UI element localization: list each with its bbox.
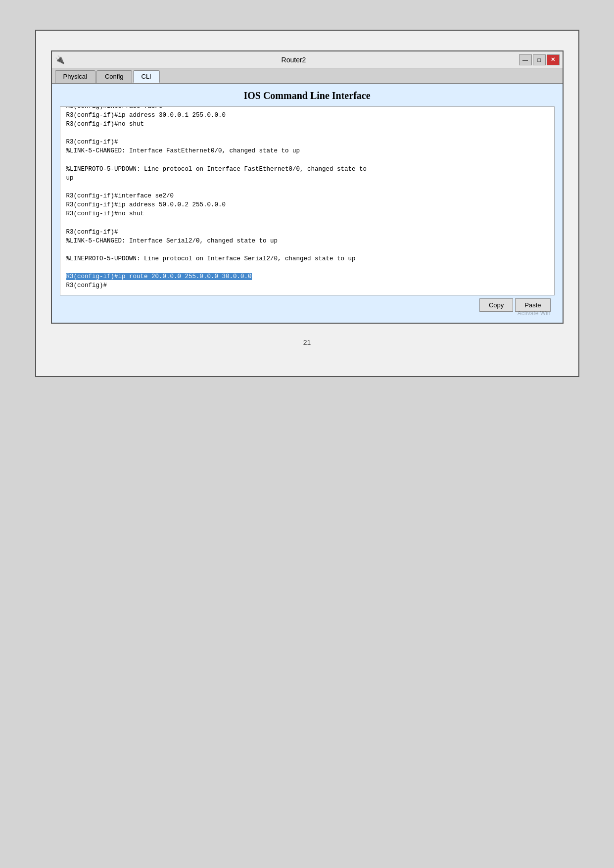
tab-bar: Physical Config CLI: [52, 68, 563, 84]
section-title: IOS Command Line Interface: [60, 90, 555, 101]
maximize-button[interactable]: □: [533, 54, 546, 65]
paste-button[interactable]: Paste: [515, 298, 550, 312]
page-number: 21: [303, 338, 311, 346]
terminal-wrapper: R3>enR3#config tEnter configuration comm…: [60, 106, 555, 295]
page-container: 🔌 Router2 — □ ✕ Physical Config CLI IOS …: [35, 30, 579, 377]
content-area: IOS Command Line Interface R3>enR3#confi…: [52, 84, 563, 323]
minimize-button[interactable]: —: [519, 54, 532, 65]
copy-button[interactable]: Copy: [479, 298, 513, 312]
window-controls: — □ ✕: [519, 54, 560, 65]
window-title: Router2: [69, 56, 519, 64]
router-window: 🔌 Router2 — □ ✕ Physical Config CLI IOS …: [51, 50, 564, 324]
tab-physical[interactable]: Physical: [55, 70, 95, 83]
terminal-output[interactable]: R3>enR3#config tEnter configuration comm…: [60, 107, 554, 295]
button-bar: Copy Paste Activate Win: [60, 295, 555, 315]
router-icon: 🔌: [55, 55, 65, 65]
close-button[interactable]: ✕: [547, 54, 560, 65]
title-bar: 🔌 Router2 — □ ✕: [52, 51, 563, 68]
tab-config[interactable]: Config: [96, 70, 132, 83]
tab-cli[interactable]: CLI: [133, 70, 160, 83]
